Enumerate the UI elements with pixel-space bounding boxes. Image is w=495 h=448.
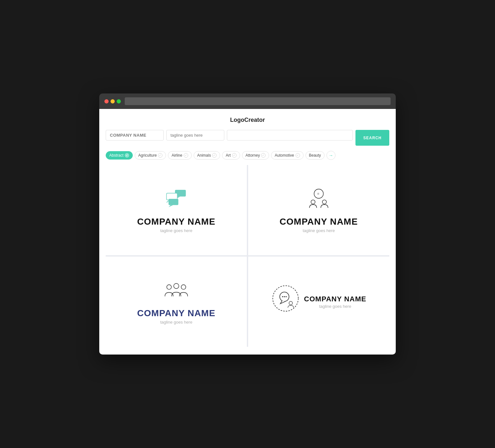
filter-abstract-label: Abstract [109, 153, 123, 158]
check-icon: ✓ [158, 153, 162, 158]
filter-airline-label: Airline [171, 153, 182, 158]
filter-art-label: Art [226, 153, 230, 158]
filter-art[interactable]: Art ✓ [222, 151, 240, 160]
filter-attorney-label: Attorney [246, 153, 260, 158]
svg-rect-4 [169, 199, 178, 205]
close-button[interactable] [104, 99, 109, 103]
browser-window: LogoCreator SEARCH Abstract ✓ Agricultur… [99, 93, 396, 355]
logo3-tagline: tagline goes here [160, 320, 192, 325]
filter-agriculture[interactable]: Agriculture ✓ [135, 151, 166, 160]
svg-point-9 [322, 200, 326, 204]
svg-point-16 [284, 296, 285, 297]
svg-point-17 [286, 296, 287, 297]
logo-card-2[interactable]: = COMPANY NAME tagline goes here [248, 165, 389, 255]
logo4-inline-container: COMPANY NAME tagline goes here [271, 284, 366, 319]
svg-point-12 [181, 285, 186, 289]
tagline-input[interactable] [166, 130, 224, 141]
filter-abstract[interactable]: Abstract ✓ [106, 151, 133, 160]
logo4-tagline: tagline goes here [304, 304, 366, 309]
svg-marker-5 [169, 205, 173, 207]
logo3-company-name: COMPANY NAME [137, 308, 216, 318]
maximize-button[interactable] [117, 99, 121, 103]
search-bar: SEARCH [106, 130, 389, 146]
logo4-company-name: COMPANY NAME [304, 295, 366, 303]
logo-card-4[interactable]: COMPANY NAME tagline goes here [248, 257, 389, 347]
check-icon: ✓ [232, 153, 237, 158]
minimize-button[interactable] [111, 99, 115, 103]
logo2-tagline: tagline goes here [303, 228, 335, 233]
logo1-tagline: tagline goes here [160, 228, 192, 233]
window-controls [104, 99, 121, 103]
search-button[interactable]: SEARCH [355, 130, 389, 146]
check-icon: ✓ [184, 153, 188, 158]
chat-bubbles-icon [163, 188, 189, 211]
browser-titlebar [99, 93, 396, 109]
check-icon: ✓ [212, 153, 217, 158]
filter-automotive[interactable]: Automotive ✓ [271, 151, 303, 160]
filter-airline[interactable]: Airline ✓ [168, 151, 191, 160]
people-chat-icon: = [306, 188, 332, 211]
logo4-text-group: COMPANY NAME tagline goes here [304, 295, 366, 309]
filter-attorney[interactable]: Attorney ✓ [242, 151, 269, 160]
logo1-company-name: COMPANY NAME [137, 217, 216, 227]
check-icon: ✓ [125, 153, 129, 158]
group-people-icon [163, 279, 189, 303]
filter-agriculture-label: Agriculture [138, 153, 157, 158]
logo-grid: COMPANY NAME tagline goes here = [106, 165, 389, 347]
filter-automotive-label: Automotive [275, 153, 294, 158]
filter-beauty[interactable]: Beauty [306, 151, 325, 160]
svg-point-8 [311, 200, 315, 204]
arrow-right-icon: → [329, 153, 333, 158]
check-icon: ✓ [261, 153, 266, 158]
svg-text:=: = [317, 192, 319, 196]
address-bar [125, 97, 391, 105]
logo-card-3[interactable]: COMPANY NAME tagline goes here [106, 257, 247, 347]
svg-point-11 [174, 283, 179, 288]
browser-content: LogoCreator SEARCH Abstract ✓ Agricultur… [99, 109, 396, 355]
svg-point-10 [167, 285, 171, 289]
circle-chat-icon [271, 284, 300, 314]
filter-animals-label: Animals [197, 153, 211, 158]
company-name-input[interactable] [106, 130, 164, 141]
filter-bar: Abstract ✓ Agriculture ✓ Airline ✓ Anima… [106, 151, 389, 160]
check-icon: ✓ [296, 153, 300, 158]
svg-point-15 [282, 296, 284, 297]
keyword-input[interactable] [227, 130, 353, 141]
logo-card-1[interactable]: COMPANY NAME tagline goes here [106, 165, 247, 255]
filter-animals[interactable]: Animals ✓ [194, 151, 220, 160]
filter-next-button[interactable]: → [326, 151, 335, 160]
svg-point-18 [289, 301, 293, 305]
app-title: LogoCreator [106, 117, 389, 123]
filter-beauty-label: Beauty [309, 153, 321, 158]
logo2-company-name: COMPANY NAME [280, 217, 358, 227]
